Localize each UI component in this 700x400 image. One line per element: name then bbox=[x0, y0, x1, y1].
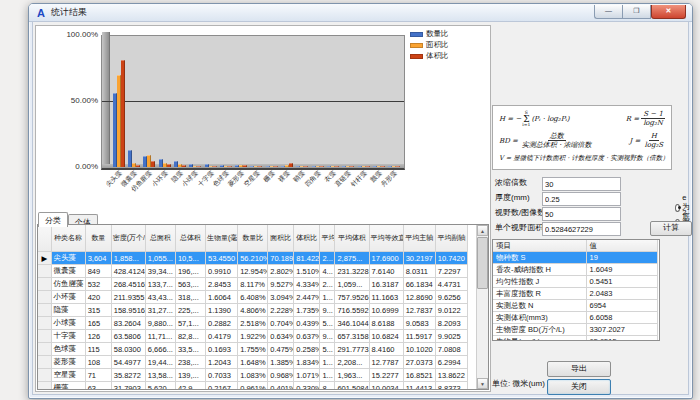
table-row[interactable]: 小球藻16583.26049,880...57,1...0.28822.518%… bbox=[38, 317, 468, 330]
table-cell: 2,208... bbox=[335, 356, 369, 369]
column-header[interactable]: 数量比 bbox=[238, 225, 268, 252]
legend-color-chip bbox=[410, 54, 423, 59]
row-header[interactable]: ▶ bbox=[38, 252, 51, 265]
table-row[interactable]: 十字藻12663.580611,71...82,8...0.41791.922%… bbox=[38, 330, 468, 343]
bar-group bbox=[203, 164, 218, 167]
table-cell: 3,604 bbox=[85, 252, 111, 265]
table-cell: 9.527% bbox=[268, 278, 294, 291]
row-header[interactable] bbox=[38, 265, 51, 278]
table-row[interactable]: 隐藻315158.951631,27...225,...1.13904.806%… bbox=[38, 304, 468, 317]
table-cell: 563,... bbox=[175, 278, 205, 291]
table-cell: 315 bbox=[85, 304, 111, 317]
results-column-header[interactable]: 项目 bbox=[493, 240, 586, 252]
table-row[interactable]: 色球藻11558.03006,666...33,5...0.16931.755%… bbox=[38, 343, 468, 356]
view-area-input[interactable] bbox=[542, 222, 621, 236]
table-row[interactable]: ▶尖头藻3,6041,858...1,055...10,5...53.45505… bbox=[38, 252, 468, 265]
table-cell: 0.4179 bbox=[206, 330, 238, 343]
results-grid-container: 项目值 物种数 S19香农-威纳指数 H1.6049均匀性指数 J0.5451丰… bbox=[492, 239, 660, 341]
scrollbar-thumb[interactable] bbox=[477, 237, 488, 289]
column-header[interactable]: 平均主轴 bbox=[403, 225, 435, 252]
concentration-input[interactable] bbox=[542, 177, 621, 191]
row-header[interactable] bbox=[38, 343, 51, 356]
close-window-button[interactable]: ✕ bbox=[651, 5, 686, 19]
table-row[interactable]: 小环藻420211.935543,43...318,...1.60646.408… bbox=[38, 291, 468, 304]
results-column-header[interactable]: 值 bbox=[586, 240, 657, 252]
table-vertical-scrollbar[interactable]: ▲ ▼ bbox=[476, 225, 488, 389]
species-table-header-row: 种类名称数量密度(万个/L)总面积总体积生物量(毫克/L)数量比面积比体积比平均… bbox=[38, 225, 468, 252]
tab-classification[interactable]: 分类 bbox=[38, 212, 68, 227]
export-button[interactable]: 导出 bbox=[547, 361, 611, 377]
bar-体积比 bbox=[136, 165, 140, 167]
column-header[interactable]: 平均体积 bbox=[335, 225, 369, 252]
close-button[interactable]: 关闭 bbox=[547, 379, 611, 395]
results-row[interactable]: 物种数 S19 bbox=[493, 252, 657, 264]
results-cell: 0.5451 bbox=[586, 276, 657, 288]
thickness-input[interactable] bbox=[542, 192, 621, 206]
table-cell: 133,7... bbox=[145, 278, 175, 291]
results-row[interactable]: 实测体积(mm3)6.6058 bbox=[493, 312, 657, 324]
results-row[interactable]: 均匀性指数 J0.5451 bbox=[493, 276, 657, 288]
table-cell: 757.9526 bbox=[335, 291, 369, 304]
row-header[interactable] bbox=[38, 356, 51, 369]
calculate-button[interactable]: 计算 bbox=[650, 221, 692, 236]
table-cell: 7.0808 bbox=[435, 343, 467, 356]
column-header[interactable]: 总体积 bbox=[175, 225, 205, 252]
table-cell: 4.4731 bbox=[435, 278, 467, 291]
results-cell: 均匀性指数 J bbox=[493, 276, 586, 288]
table-cell: 0.439% bbox=[294, 317, 320, 330]
y-axis-tick-50: 50.00% bbox=[40, 96, 98, 105]
maximize-button[interactable]: ❐ bbox=[622, 5, 651, 19]
table-cell: 3.094% bbox=[268, 291, 294, 304]
table-cell: 12.954% bbox=[238, 265, 268, 278]
row-header[interactable] bbox=[38, 278, 51, 291]
column-header[interactable]: 种类名称 bbox=[51, 225, 85, 252]
row-header[interactable] bbox=[38, 291, 51, 304]
table-cell: 12.8690 bbox=[403, 291, 435, 304]
table-cell: 2... bbox=[320, 252, 335, 265]
bar-group bbox=[126, 150, 141, 167]
scroll-down-icon[interactable]: ▼ bbox=[477, 378, 488, 389]
species-table-body: ▶尖头藻3,6041,858...1,055...10,5...53.45505… bbox=[38, 252, 468, 391]
table-cell: 231.3228 bbox=[335, 265, 369, 278]
title-bar[interactable]: A 统计结果 — ❐ ✕ bbox=[29, 4, 692, 22]
minimize-button[interactable]: — bbox=[594, 5, 622, 19]
column-header[interactable]: 面积比 bbox=[268, 225, 294, 252]
results-row[interactable]: 生物量(mg/L)65.6515 bbox=[493, 336, 657, 342]
column-header[interactable]: 平均副轴 bbox=[435, 225, 467, 252]
column-header[interactable]: 平均面积 bbox=[320, 225, 335, 252]
table-cell: 0.401% bbox=[268, 382, 294, 391]
table-row[interactable]: 空星藻7135.827213,58...139,...0.70331.083%0… bbox=[38, 369, 468, 382]
table-row[interactable]: 栅藻6331.79035,620...42,9...0.21670.961%0.… bbox=[38, 382, 468, 391]
results-row[interactable]: 香农-威纳指数 H1.6049 bbox=[493, 264, 657, 276]
table-cell: 0.704% bbox=[268, 317, 294, 330]
column-header[interactable]: 平均等效直径 bbox=[369, 225, 403, 252]
table-cell: 428.4124 bbox=[111, 265, 145, 278]
fields-count-input[interactable] bbox=[542, 207, 621, 221]
bar-group bbox=[371, 166, 386, 167]
column-header[interactable]: 总面积 bbox=[145, 225, 175, 252]
results-row[interactable]: 实测总数 N6954 bbox=[493, 300, 657, 312]
results-row[interactable]: 生物密度 BD(万个/L)3307.2027 bbox=[493, 324, 657, 336]
column-header[interactable]: 数量 bbox=[85, 225, 111, 252]
results-header-row: 项目值 bbox=[493, 240, 657, 252]
column-header[interactable]: 密度(万个/L) bbox=[111, 225, 145, 252]
row-header[interactable] bbox=[38, 382, 51, 391]
table-cell: 27.0373 bbox=[403, 356, 435, 369]
bar-group bbox=[157, 159, 172, 167]
row-header[interactable] bbox=[38, 330, 51, 343]
table-cell: 8.117% bbox=[238, 278, 268, 291]
table-row[interactable]: 菱形藻10854.497719,44...238,...1.20431.648%… bbox=[38, 356, 468, 369]
table-row[interactable]: 微囊藻849428.412439,34...196,...0.991012.95… bbox=[38, 265, 468, 278]
row-header[interactable] bbox=[38, 369, 51, 382]
table-cell: 1.735% bbox=[294, 304, 320, 317]
results-row[interactable]: 丰富度指数 R2.0483 bbox=[493, 288, 657, 300]
table-row[interactable]: 仿鱼腥藻532268.4516133,7...563,...2.84538.11… bbox=[38, 278, 468, 291]
scroll-up-icon[interactable]: ▲ bbox=[477, 225, 488, 236]
column-header[interactable]: 体积比 bbox=[294, 225, 320, 252]
row-header[interactable] bbox=[38, 317, 51, 330]
column-header[interactable]: 生物量(毫克/L) bbox=[206, 225, 238, 252]
bar-体积比 bbox=[289, 163, 293, 167]
legend-item: 面积比 bbox=[410, 40, 449, 50]
row-header[interactable] bbox=[38, 304, 51, 317]
table-cell: 30.2197 bbox=[403, 252, 435, 265]
